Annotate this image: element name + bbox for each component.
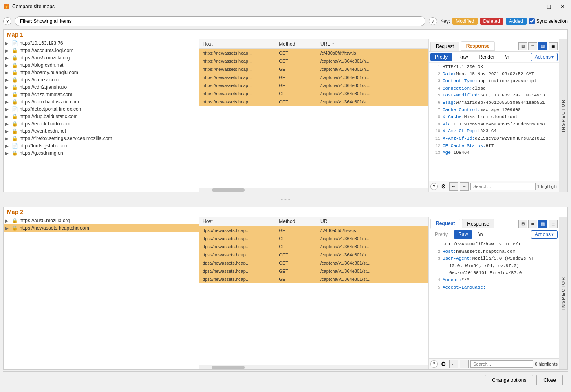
request-row[interactable]: ttps://newassets.hcap... GET /captcha/v1… (199, 267, 428, 275)
search-input-map2[interactable] (470, 360, 533, 368)
newline-button-map2[interactable]: \n (474, 230, 487, 239)
tree-item[interactable]: ▶ 🔒 https://cpro.baidustatic.com (4, 98, 199, 105)
sync-selection-checkbox[interactable]: Sync selection (529, 18, 568, 24)
request-row[interactable]: ttps://newassets.hcap... GET /captcha/v1… (199, 251, 428, 259)
maximize-button[interactable]: □ (545, 2, 553, 11)
change-options-button[interactable]: Change options (485, 375, 533, 385)
request-row[interactable]: ttps://newassets.hcap... GET /captcha/v1… (199, 243, 428, 251)
response-line: 2 Host: newassets.hcaptcha.com (429, 248, 559, 256)
actions-dropdown-map2[interactable]: Actions ▾ (531, 230, 558, 239)
close-button-bottom[interactable]: Close (536, 375, 563, 385)
tree-item[interactable]: ▶ 📄 http://fonts.gstatic.com (4, 142, 199, 149)
tree-item[interactable]: ▶ 📄 http://10.163.193.76 (4, 39, 199, 47)
response-line: 4 Connection: close (429, 85, 559, 92)
tab-request-map2[interactable]: Request (430, 219, 460, 229)
tab-response-map2[interactable]: Response (462, 219, 494, 228)
request-row[interactable]: https://newassets.hcap... GET /captcha/v… (199, 65, 428, 73)
search-input-map1[interactable] (470, 183, 536, 190)
render-button-map1[interactable]: Render (474, 53, 499, 61)
host-header[interactable]: Host (199, 39, 276, 48)
tree-item[interactable]: ▶ 🔒 https://accounts.logi.com (4, 47, 199, 54)
tree-item[interactable]: ▶ 🔒 https://cnzz.mmstat.com (4, 91, 199, 98)
tree-item[interactable]: ▶ 📄 http://detectportal.firefox.com (4, 105, 199, 113)
request-row[interactable]: https://newassets.hcap... GET /captcha/v… (199, 57, 428, 65)
request-row[interactable]: https://newassets.hcap... GET /captcha/v… (199, 98, 428, 106)
request-row[interactable]: ttps://newassets.hcap... GET /c/430a0fdf… (199, 226, 428, 234)
pretty-button-map2[interactable]: Pretty (430, 230, 452, 239)
response-line: 1 HTTP/1.1 200 OK (429, 64, 559, 71)
request-row[interactable]: ttps://newassets.hcap... GET /captcha/v1… (199, 234, 428, 243)
raw-button-map2[interactable]: Raw (454, 230, 472, 239)
request-row[interactable]: https://newassets.hcap... GET /captcha/v… (199, 81, 428, 90)
view-detail-button-map2[interactable]: ▦ (538, 220, 547, 228)
filter-help-button[interactable]: ? (3, 17, 11, 25)
view-list-button-map2[interactable]: ≡ (528, 220, 537, 228)
tree-item[interactable]: ▶ 🔒 https://boardy.huanqiu.com (4, 69, 199, 76)
search-next-button-map1[interactable]: → (460, 182, 469, 191)
tab-request-map1[interactable]: Request (430, 42, 459, 51)
search-next-button-map2[interactable]: → (460, 360, 469, 368)
requests-header: Host Method URL ↑ (199, 39, 428, 49)
map1-requests-scrollbar[interactable] (199, 188, 428, 192)
tree-item[interactable]: ▶ 🔒 https://dup.baidustatic.com (4, 113, 199, 120)
search-help-button-map1[interactable]: ? (430, 183, 438, 190)
search-prev-button-map1[interactable]: ← (449, 182, 458, 191)
tree-item[interactable]: ▶ 🔒 https://blog.csdn.net (4, 61, 199, 69)
actions-chevron-map2: ▾ (551, 232, 554, 237)
search-gear-button-map2[interactable]: ⚙ (439, 360, 448, 368)
pretty-button-map1[interactable]: Pretty (430, 53, 452, 61)
tree-arrow: ▶ (5, 63, 10, 68)
tab-response-map1[interactable]: Response (461, 41, 495, 51)
method-header[interactable]: Method (276, 39, 317, 48)
minimize-button[interactable]: — (529, 2, 540, 11)
tree-item[interactable]: ▶ 🔒 https://g.csdnimg.cn (4, 149, 199, 157)
newline-button-map1[interactable]: \n (501, 53, 514, 61)
response-line: 13 Age: 198464 (429, 149, 559, 157)
search-help-button-map2[interactable]: ? (430, 360, 438, 368)
map1-title: Map 1 (4, 30, 567, 39)
response-line: 10.0; Win64; x64; rv:87.0) (429, 263, 559, 270)
tree-item[interactable]: ▶ 🔒 https://aus5.mozilla.org (4, 54, 199, 61)
view-detail-button[interactable]: ▦ (538, 42, 547, 50)
response-line: 3 Content-Type: application/javascript (429, 78, 559, 85)
tree-item[interactable]: ▶ 🔒 https://c.cnzz.com (4, 76, 199, 83)
tree-arrow: ▶ (5, 107, 10, 112)
view-list-button[interactable]: ≡ (528, 42, 537, 50)
search-prev-button-map2[interactable]: ← (449, 360, 458, 368)
host-header-map2[interactable]: Host (199, 217, 276, 226)
tree-arrow: ▶ (5, 48, 10, 53)
raw-button-map1[interactable]: Raw (454, 53, 472, 61)
tree-item[interactable]: ▶ 🔒 https://eclick.baidu.com (4, 120, 199, 127)
map1-request-rows: https://newassets.hcap... GET /c/430a0fd… (199, 49, 428, 188)
request-row[interactable]: https://newassets.hcap... GET /captcha/v… (199, 90, 428, 98)
search-gear-button-map1[interactable]: ⚙ (439, 182, 448, 191)
tree-item[interactable]: ▶ 🔒 https://aus5.mozilla.org (4, 217, 199, 224)
response-line: 1 GET /c/430a0fdf/hsw.js HTTP/1.1 (429, 241, 559, 248)
actions-label-map1: Actions (535, 54, 551, 60)
view-grid-button-map2[interactable]: ⊞ (518, 220, 527, 228)
tree-item[interactable]: ▶ 🔒 https://firefox.settings.services.mo… (4, 135, 199, 142)
actions-chevron-map1: ▾ (551, 54, 554, 60)
url-header[interactable]: URL ↑ (317, 39, 428, 48)
tree-item[interactable]: ▶ 🔒 https://cdn2.jianshu.io (4, 83, 199, 91)
filter-input[interactable] (15, 16, 425, 26)
request-row[interactable]: ttps://newassets.hcap... GET /captcha/v1… (199, 259, 428, 267)
inspector-menu-button-map2[interactable]: ≡ (549, 220, 558, 228)
request-row[interactable]: https://newassets.hcap... GET /c/430a0fd… (199, 49, 428, 57)
inspector-menu-button[interactable]: ≡ (549, 42, 558, 50)
tree-arrow: ▶ (5, 151, 10, 155)
request-row[interactable]: ttps://newassets.hcap... GET /captcha/v1… (199, 275, 428, 283)
url-header-map2[interactable]: URL ↑ (317, 217, 428, 226)
method-header-map2[interactable]: Method (276, 217, 317, 226)
tree-item[interactable]: ▶ 🔒 https://event.csdn.net (4, 127, 199, 135)
filter-info-button[interactable]: ? (429, 17, 437, 25)
view-grid-button[interactable]: ⊞ (518, 42, 527, 50)
actions-dropdown-map1[interactable]: Actions ▾ (531, 53, 558, 61)
tree-arrow: ▶ (5, 70, 10, 75)
main-container: ? ? Key: Modified Deleted Added Sync sel… (0, 13, 571, 392)
request-row[interactable]: https://newassets.hcap... GET /captcha/v… (199, 73, 428, 81)
map2-requests-scrollbar[interactable] (199, 365, 428, 369)
close-button[interactable]: ✕ (558, 2, 568, 11)
tree-item-highlighted[interactable]: ▶ 🔒 https://newassets.hcaptcha.com (4, 224, 199, 232)
map2-inspector-label: INSPECTOR (559, 217, 567, 369)
